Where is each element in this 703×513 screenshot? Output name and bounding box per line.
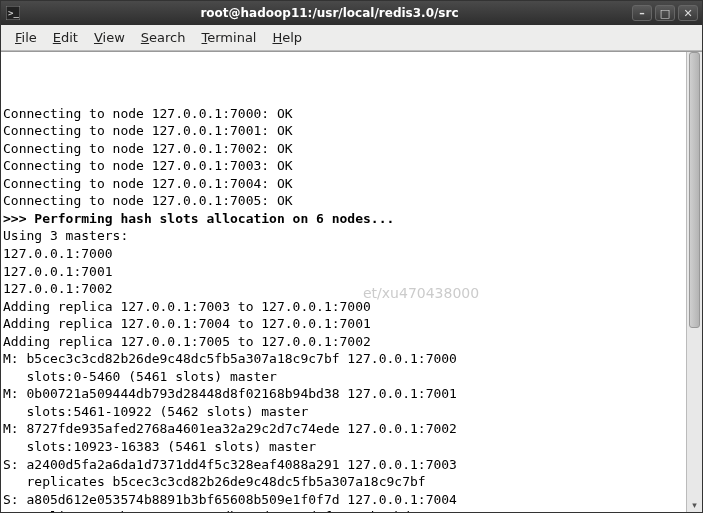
menu-terminal[interactable]: Terminal (196, 28, 263, 47)
menu-help-rest: elp (282, 30, 302, 45)
menu-view-rest: iew (103, 30, 125, 45)
terminal-line: M: 0b00721a509444db793d28448d8f02168b94b… (3, 385, 684, 403)
window-title: root@hadoop11:/usr/local/redis3.0/src (27, 6, 632, 20)
terminal-line: Adding replica 127.0.0.1:7005 to 127.0.0… (3, 333, 684, 351)
terminal-window: >_ root@hadoop11:/usr/local/redis3.0/src… (0, 0, 703, 513)
scroll-thumb[interactable] (689, 52, 700, 328)
menu-help[interactable]: Help (266, 28, 308, 47)
close-button[interactable]: ✕ (678, 5, 698, 21)
menu-search-rest: earch (149, 30, 185, 45)
terminal-line: replicates 0b00721a509444db793d28448d8f0… (3, 508, 684, 512)
terminal-line: Using 3 masters: (3, 227, 684, 245)
menu-terminal-rest: erminal (207, 30, 256, 45)
terminal-line: slots:5461-10922 (5462 slots) master (3, 403, 684, 421)
menu-edit[interactable]: Edit (47, 28, 84, 47)
window-controls: – □ ✕ (632, 5, 698, 21)
terminal-line: Connecting to node 127.0.0.1:7002: OK (3, 140, 684, 158)
menubar: File Edit View Search Terminal Help (1, 25, 702, 51)
menu-file-rest: ile (22, 30, 37, 45)
terminal-line: M: 8727fde935afed2768a4601ea32a29c2d7c74… (3, 420, 684, 438)
terminal-line: Connecting to node 127.0.0.1:7003: OK (3, 157, 684, 175)
terminal-line: Connecting to node 127.0.0.1:7001: OK (3, 122, 684, 140)
terminal-line: Connecting to node 127.0.0.1:7004: OK (3, 175, 684, 193)
terminal-line: S: a2400d5fa2a6da1d7371dd4f5c328eaf4088a… (3, 456, 684, 474)
menu-view[interactable]: View (88, 28, 131, 47)
svg-text:>_: >_ (8, 8, 19, 18)
terminal-line: Connecting to node 127.0.0.1:7005: OK (3, 192, 684, 210)
scrollbar[interactable]: ▾ (686, 52, 702, 512)
terminal-line: Adding replica 127.0.0.1:7003 to 127.0.0… (3, 298, 684, 316)
terminal-line: slots:10923-16383 (5461 slots) master (3, 438, 684, 456)
terminal-output[interactable]: et/xu470438000 Connecting to node 127.0.… (1, 52, 686, 512)
menu-file[interactable]: File (9, 28, 43, 47)
minimize-button[interactable]: – (632, 5, 652, 21)
terminal-line: >>> Performing hash slots allocation on … (3, 210, 684, 228)
terminal-line: Connecting to node 127.0.0.1:7000: OK (3, 105, 684, 123)
terminal-line: S: a805d612e053574b8891b3bf65608b509e1f0… (3, 491, 684, 509)
titlebar[interactable]: >_ root@hadoop11:/usr/local/redis3.0/src… (1, 1, 702, 25)
terminal-line: 127.0.0.1:7002 (3, 280, 684, 298)
terminal-app-icon: >_ (5, 5, 21, 21)
terminal-line: replicates b5cec3c3cd82b26de9c48dc5fb5a3… (3, 473, 684, 491)
menu-search[interactable]: Search (135, 28, 192, 47)
menu-edit-rest: dit (61, 30, 78, 45)
scroll-down-icon[interactable]: ▾ (689, 498, 700, 512)
terminal-line: 127.0.0.1:7000 (3, 245, 684, 263)
terminal-line: Adding replica 127.0.0.1:7004 to 127.0.0… (3, 315, 684, 333)
maximize-button[interactable]: □ (655, 5, 675, 21)
terminal-line: slots:0-5460 (5461 slots) master (3, 368, 684, 386)
terminal-line: 127.0.0.1:7001 (3, 263, 684, 281)
terminal-line: M: b5cec3c3cd82b26de9c48dc5fb5a307a18c9c… (3, 350, 684, 368)
terminal-container: et/xu470438000 Connecting to node 127.0.… (1, 51, 702, 512)
